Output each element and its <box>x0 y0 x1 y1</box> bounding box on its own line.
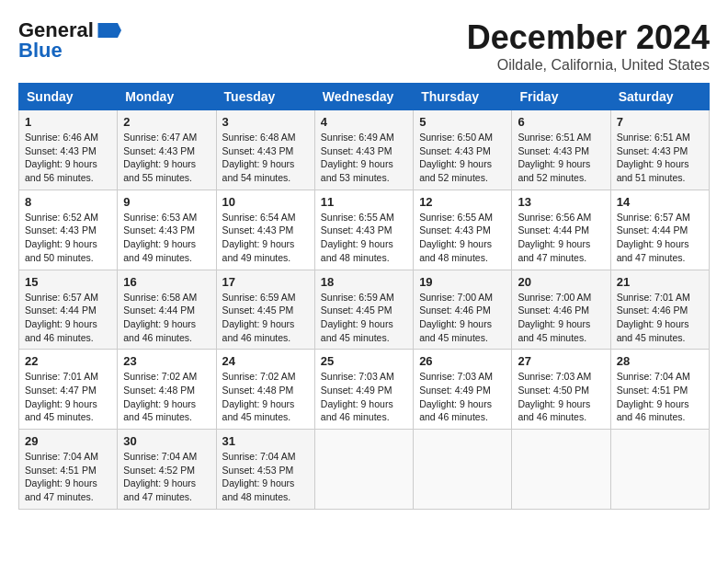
day-26: 26 Sunrise: 7:03 AMSunset: 4:49 PMDaylig… <box>414 350 512 430</box>
day-20: 20 Sunrise: 7:00 AMSunset: 4:46 PMDaylig… <box>512 270 610 350</box>
week-row-3: 15 Sunrise: 6:57 AMSunset: 4:44 PMDaylig… <box>19 270 710 350</box>
header-friday: Friday <box>512 84 610 110</box>
logo: General Blue <box>18 18 121 63</box>
day-31: 31 Sunrise: 7:04 AMSunset: 4:53 PMDaylig… <box>216 430 314 510</box>
header-thursday: Thursday <box>414 84 512 110</box>
day-29: 29 Sunrise: 7:04 AMSunset: 4:51 PMDaylig… <box>19 430 118 510</box>
day-12: 12 Sunrise: 6:55 AMSunset: 4:43 PMDaylig… <box>414 190 512 270</box>
logo-flag-icon <box>96 21 121 40</box>
empty-cell-1 <box>314 430 413 510</box>
day-4: 4 Sunrise: 6:49 AMSunset: 4:43 PMDayligh… <box>314 110 413 190</box>
day-30: 30 Sunrise: 7:04 AMSunset: 4:52 PMDaylig… <box>118 430 216 510</box>
svg-marker-1 <box>99 23 118 38</box>
day-28: 28 Sunrise: 7:04 AMSunset: 4:51 PMDaylig… <box>610 350 709 430</box>
day-6: 6 Sunrise: 6:51 AMSunset: 4:43 PMDayligh… <box>512 110 610 190</box>
day-21: 21 Sunrise: 7:01 AMSunset: 4:46 PMDaylig… <box>610 270 709 350</box>
day-3: 3 Sunrise: 6:48 AMSunset: 4:43 PMDayligh… <box>216 110 314 190</box>
calendar-title: December 2024 <box>467 18 710 57</box>
day-10: 10 Sunrise: 6:54 AMSunset: 4:43 PMDaylig… <box>216 190 314 270</box>
week-row-2: 8 Sunrise: 6:52 AMSunset: 4:43 PMDayligh… <box>19 190 710 270</box>
day-24: 24 Sunrise: 7:02 AMSunset: 4:48 PMDaylig… <box>216 350 314 430</box>
day-23: 23 Sunrise: 7:02 AMSunset: 4:48 PMDaylig… <box>118 350 216 430</box>
header-wednesday: Wednesday <box>314 84 413 110</box>
day-18: 18 Sunrise: 6:59 AMSunset: 4:45 PMDaylig… <box>314 270 413 350</box>
empty-cell-2 <box>414 430 512 510</box>
week-row-5: 29 Sunrise: 7:04 AMSunset: 4:51 PMDaylig… <box>19 430 710 510</box>
calendar-header-row: Sunday Monday Tuesday Wednesday Thursday… <box>19 84 710 110</box>
logo-blue: Blue <box>18 39 63 63</box>
empty-cell-4 <box>610 430 709 510</box>
day-19: 19 Sunrise: 7:00 AMSunset: 4:46 PMDaylig… <box>414 270 512 350</box>
header-tuesday: Tuesday <box>216 84 314 110</box>
day-5: 5 Sunrise: 6:50 AMSunset: 4:43 PMDayligh… <box>414 110 512 190</box>
day-13: 13 Sunrise: 6:56 AMSunset: 4:44 PMDaylig… <box>512 190 610 270</box>
header-saturday: Saturday <box>610 84 709 110</box>
day-14: 14 Sunrise: 6:57 AMSunset: 4:44 PMDaylig… <box>610 190 709 270</box>
week-row-4: 22 Sunrise: 7:01 AMSunset: 4:47 PMDaylig… <box>19 350 710 430</box>
day-8: 8 Sunrise: 6:52 AMSunset: 4:43 PMDayligh… <box>19 190 118 270</box>
day-17: 17 Sunrise: 6:59 AMSunset: 4:45 PMDaylig… <box>216 270 314 350</box>
empty-cell-3 <box>512 430 610 510</box>
day-1: 1 Sunrise: 6:46 AMSunset: 4:43 PMDayligh… <box>19 110 118 190</box>
day-25: 25 Sunrise: 7:03 AMSunset: 4:49 PMDaylig… <box>314 350 413 430</box>
calendar-subtitle: Oildale, California, United States <box>467 57 710 74</box>
calendar-table: Sunday Monday Tuesday Wednesday Thursday… <box>18 83 710 510</box>
day-9: 9 Sunrise: 6:53 AMSunset: 4:43 PMDayligh… <box>118 190 216 270</box>
day-2: 2 Sunrise: 6:47 AMSunset: 4:43 PMDayligh… <box>118 110 216 190</box>
day-11: 11 Sunrise: 6:55 AMSunset: 4:43 PMDaylig… <box>314 190 413 270</box>
day-15: 15 Sunrise: 6:57 AMSunset: 4:44 PMDaylig… <box>19 270 118 350</box>
day-16: 16 Sunrise: 6:58 AMSunset: 4:44 PMDaylig… <box>118 270 216 350</box>
header: General Blue December 2024 Oildale, Cali… <box>18 18 710 74</box>
day-22: 22 Sunrise: 7:01 AMSunset: 4:47 PMDaylig… <box>19 350 118 430</box>
header-sunday: Sunday <box>19 84 118 110</box>
day-7: 7 Sunrise: 6:51 AMSunset: 4:43 PMDayligh… <box>610 110 709 190</box>
title-area: December 2024 Oildale, California, Unite… <box>467 18 710 74</box>
week-row-1: 1 Sunrise: 6:46 AMSunset: 4:43 PMDayligh… <box>19 110 710 190</box>
header-monday: Monday <box>118 84 216 110</box>
day-27: 27 Sunrise: 7:03 AMSunset: 4:50 PMDaylig… <box>512 350 610 430</box>
